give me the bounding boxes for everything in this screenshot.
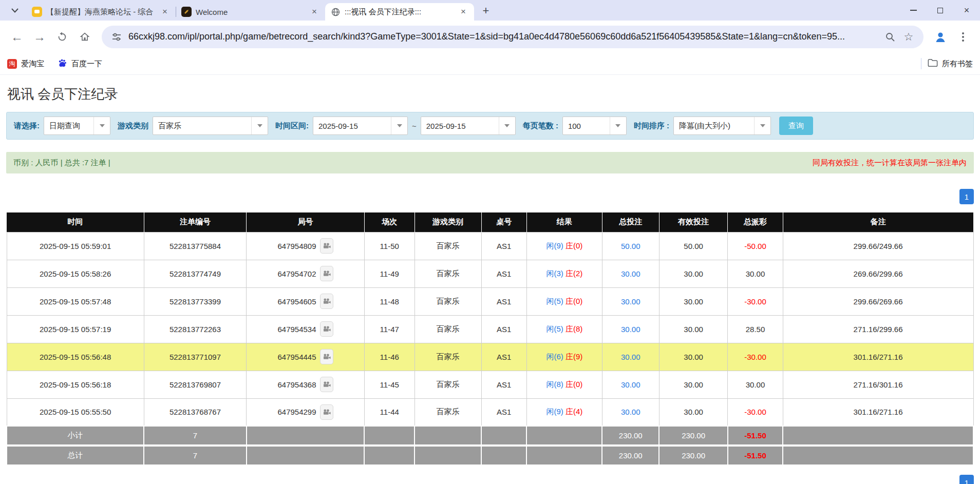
cell-total-bet[interactable]: 30.00: [602, 287, 659, 315]
minimize-button[interactable]: [900, 0, 927, 21]
video-replay-icon[interactable]: [320, 238, 333, 254]
cell-session: 11-45: [364, 371, 414, 398]
home-icon[interactable]: [75, 27, 95, 47]
date-to-value: 2025-09-15: [421, 122, 499, 130]
cell-table-no: AS1: [481, 232, 526, 260]
header-table-no: 桌号: [481, 212, 526, 232]
tab-forum[interactable]: 【新提醒】海燕策略论坛 - 综合 ×: [27, 3, 176, 21]
cell-payout: 28.50: [728, 315, 783, 343]
sort-select[interactable]: 降冪(由大到小): [673, 117, 771, 135]
cell-round-no: 647954445: [247, 343, 365, 371]
zoom-icon[interactable]: [883, 30, 897, 44]
tab-betrecord[interactable]: :::视讯 会员下注纪录::: ×: [325, 3, 474, 21]
tab-welcome[interactable]: Welcome ×: [176, 3, 325, 21]
date-range-label: 时间区间:: [275, 121, 309, 131]
table-row: 2025-09-15 05:57:48522813773399647954605…: [7, 287, 973, 315]
cell-table-no: AS1: [481, 315, 526, 343]
table-row: 2025-09-15 05:56:48522813771097647954445…: [7, 343, 973, 371]
back-icon[interactable]: ←: [7, 27, 27, 47]
cell-note: 271.16/301.16: [783, 371, 973, 398]
cell-total-bet[interactable]: 30.00: [602, 315, 659, 343]
tab-close-icon[interactable]: ×: [159, 6, 171, 17]
search-button[interactable]: 查询: [779, 117, 813, 135]
cell-total-bet[interactable]: 50.00: [602, 232, 659, 260]
all-bookmarks-button[interactable]: 所有书签: [928, 59, 973, 69]
bookmark-star-icon[interactable]: ☆: [902, 30, 915, 44]
cell-total-bet[interactable]: 30.00: [602, 398, 659, 426]
cell-bet-no: 522813775884: [144, 232, 246, 260]
forward-icon[interactable]: →: [30, 27, 49, 47]
cell-valid-bet: 30.00: [659, 343, 728, 371]
sort-value: 降冪(由大到小): [674, 121, 754, 131]
table-summary-row: 总计7230.00230.00-51.50: [7, 446, 973, 465]
video-replay-icon[interactable]: [320, 404, 333, 420]
cell-round-no: 647954809: [247, 232, 365, 260]
cell-note: 271.16/299.66: [783, 315, 973, 343]
table-summary-row: 小计7230.00230.00-51.50: [7, 426, 973, 446]
header-total-bet: 总投注: [602, 212, 659, 232]
filter-bar: 请选择: 日期查询 游戏类别 百家乐 时间区间: 2025-09-15 ~ 20…: [6, 112, 974, 140]
bookmark-baidu[interactable]: 百度一下: [58, 58, 102, 69]
cell-note: 269.66/299.66: [783, 260, 973, 287]
video-replay-icon[interactable]: [320, 377, 333, 392]
cell-total-bet[interactable]: 30.00: [602, 371, 659, 398]
cell-time: 2025-09-15 05:56:18: [7, 371, 144, 398]
video-replay-icon[interactable]: [320, 266, 333, 281]
cell-game-type: 百家乐: [414, 315, 481, 343]
cell-total-bet[interactable]: 30.00: [602, 343, 659, 371]
site-info-icon[interactable]: [110, 30, 123, 44]
cell-total-bet[interactable]: 30.00: [602, 260, 659, 287]
cell-result: 闲(9) 庄(0): [526, 232, 602, 260]
bookmark-aitaobao[interactable]: 淘 爱淘宝: [7, 59, 44, 69]
page-size-select[interactable]: 100: [562, 117, 627, 135]
taobao-icon: 淘: [7, 59, 17, 69]
cell-valid-bet: 30.00: [659, 371, 728, 398]
table-header-row: 时间 注单编号 局号 场次 游戏类别 桌号 结果 总投注 有效投注 总派彩 备注: [7, 212, 973, 232]
refresh-icon[interactable]: [52, 27, 72, 47]
cell-time: 2025-09-15 05:56:48: [7, 343, 144, 371]
bookmarks-bar: 淘 爱淘宝 百度一下 所有书签: [0, 53, 980, 75]
game-type-label: 游戏类别: [118, 121, 148, 131]
chevron-down-icon: [754, 117, 770, 134]
cell-payout: 30.00: [728, 371, 783, 398]
date-from-select[interactable]: 2025-09-15: [313, 117, 408, 135]
cell-table-no: AS1: [481, 343, 526, 371]
cell-bet-no: 522813774749: [144, 260, 246, 287]
header-game-type: 游戏类别: [414, 212, 481, 232]
cell-result: 闲(6) 庄(9): [526, 343, 602, 371]
cell-payout: -30.00: [728, 287, 783, 315]
cell-note: 301.16/271.16: [783, 398, 973, 426]
cell-result: 闲(5) 庄(8): [526, 315, 602, 343]
cell-payout: 30.00: [728, 260, 783, 287]
tab-close-icon[interactable]: ×: [309, 6, 320, 17]
summary-label: 小计: [7, 426, 144, 446]
tab-search-button[interactable]: [6, 2, 24, 19]
close-button[interactable]: ×: [953, 0, 980, 21]
restore-button[interactable]: [927, 0, 953, 21]
cell-time: 2025-09-15 05:58:26: [7, 260, 144, 287]
welcome-favicon-icon: [181, 7, 192, 17]
cell-round-no: 647954534: [247, 315, 365, 343]
tab-close-icon[interactable]: ×: [458, 6, 469, 17]
video-replay-icon[interactable]: [320, 294, 333, 309]
browser-menu-icon[interactable]: [953, 27, 973, 47]
query-type-select[interactable]: 日期查询: [44, 117, 110, 135]
new-tab-button[interactable]: +: [478, 3, 494, 18]
video-replay-icon[interactable]: [320, 349, 333, 364]
video-replay-icon[interactable]: [320, 321, 333, 337]
header-valid-bet: 有效投注: [659, 212, 728, 232]
url-bar[interactable]: 66cxkj98.com/ipl/portal.php/game/betreco…: [102, 26, 924, 48]
table-row: 2025-09-15 05:58:26522813774749647954702…: [7, 260, 973, 287]
page-number-button-bottom[interactable]: 1: [959, 475, 974, 484]
profile-avatar-icon[interactable]: [931, 27, 950, 47]
cell-game-type: 百家乐: [414, 287, 481, 315]
date-to-select[interactable]: 2025-09-15: [421, 117, 516, 135]
cell-valid-bet: 30.00: [659, 315, 728, 343]
query-type-label: 请选择:: [14, 121, 40, 131]
summary-total-bet: 230.00: [602, 446, 659, 465]
url-text[interactable]: 66cxkj98.com/ipl/portal.php/game/betreco…: [128, 31, 878, 42]
game-type-select[interactable]: 百家乐: [153, 117, 268, 135]
header-note: 备注: [783, 212, 973, 232]
cell-note: 299.66/249.66: [783, 232, 973, 260]
page-number-button[interactable]: 1: [959, 189, 974, 204]
